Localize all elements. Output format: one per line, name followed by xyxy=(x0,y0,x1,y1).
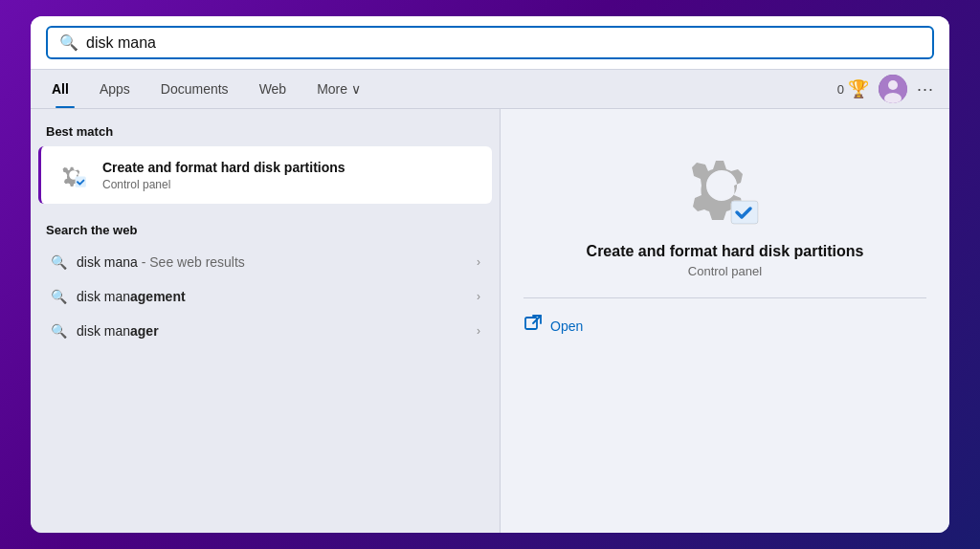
svg-rect-9 xyxy=(525,318,537,329)
search-icon: 🔍 xyxy=(59,33,78,52)
gear-icon xyxy=(58,160,89,190)
best-match-text: Create and format hard disk partitions C… xyxy=(102,159,477,191)
web-search-icon-3: 🔍 xyxy=(50,323,67,339)
right-panel-title: Create and format hard disk partitions xyxy=(587,243,864,260)
tab-documents[interactable]: Documents xyxy=(145,70,244,108)
web-chevron-3: › xyxy=(477,324,480,338)
main-content: Best match Create and format hard disk p… xyxy=(31,109,949,533)
tab-all[interactable]: All xyxy=(46,70,84,108)
avatar[interactable] xyxy=(879,75,907,103)
trophy-icon: 🏆 xyxy=(848,78,869,99)
web-item-3[interactable]: 🔍 disk manager › xyxy=(38,314,492,348)
best-match-item[interactable]: Create and format hard disk partitions C… xyxy=(38,146,492,204)
best-match-subtitle: Control panel xyxy=(102,178,477,191)
right-gear-icon xyxy=(687,161,764,228)
left-panel: Best match Create and format hard disk p… xyxy=(31,109,500,533)
svg-point-1 xyxy=(888,80,898,90)
tab-more[interactable]: More ∨ xyxy=(301,70,376,108)
right-app-icon xyxy=(687,161,764,228)
web-item-1[interactable]: 🔍 disk mana - See web results › xyxy=(38,245,492,279)
web-item-text-3: disk manager xyxy=(77,323,467,339)
open-external-icon xyxy=(523,314,543,338)
web-item-text-1: disk mana - See web results xyxy=(77,254,467,270)
right-panel-subtitle: Control panel xyxy=(688,264,762,278)
web-search-label: Search the web xyxy=(38,223,492,237)
web-search-icon-1: 🔍 xyxy=(50,254,67,270)
header-right-icons: 0 🏆 ··· xyxy=(837,75,934,103)
right-panel: Create and format hard disk partitions C… xyxy=(500,109,949,533)
web-search-icon-2: 🔍 xyxy=(50,289,67,304)
right-icon-area xyxy=(687,161,764,228)
best-match-label: Best match xyxy=(31,124,500,139)
web-chevron-2: › xyxy=(477,290,480,303)
badge-wrap: 0 🏆 xyxy=(837,78,869,99)
search-input[interactable] xyxy=(86,34,921,52)
search-bar-row: 🔍 xyxy=(31,16,949,70)
right-panel-divider xyxy=(523,297,926,298)
search-window: 🔍 All Apps Documents Web More ∨ 0 🏆 ·· xyxy=(31,16,949,533)
web-chevron-1: › xyxy=(477,255,480,269)
open-button[interactable]: Open xyxy=(523,314,583,338)
tab-apps[interactable]: Apps xyxy=(84,70,145,108)
open-label: Open xyxy=(550,318,583,334)
web-item-text-2: disk management xyxy=(77,289,467,304)
more-label: More ∨ xyxy=(317,81,361,97)
badge-count: 0 xyxy=(837,82,844,97)
best-match-title: Create and format hard disk partitions xyxy=(102,159,477,176)
more-options-icon[interactable]: ··· xyxy=(917,79,934,99)
web-item-2[interactable]: 🔍 disk management › xyxy=(38,279,492,314)
web-search-section: Search the web 🔍 disk mana - See web res… xyxy=(31,223,500,348)
search-input-wrap: 🔍 xyxy=(46,26,934,59)
tab-web[interactable]: Web xyxy=(244,70,302,108)
app-icon-wrap xyxy=(56,158,91,192)
tabs-row: All Apps Documents Web More ∨ 0 🏆 ··· xyxy=(31,70,949,109)
